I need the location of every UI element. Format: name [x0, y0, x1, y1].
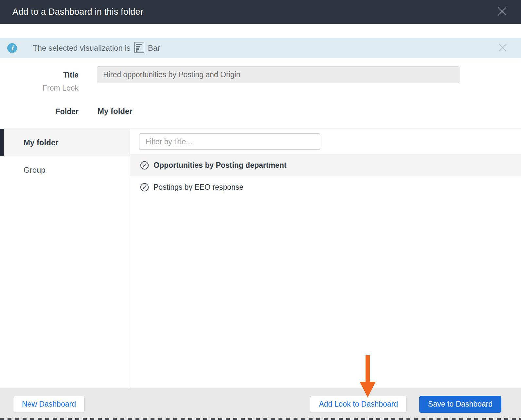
folder-label: Folder	[0, 107, 79, 116]
save-to-dashboard-button[interactable]: Save to Dashboard	[419, 396, 501, 413]
title-sublabel: From Look	[0, 84, 79, 93]
banner-viz-type: Bar	[148, 44, 160, 53]
look-gauge-icon	[140, 183, 149, 192]
folder-value: My folder	[98, 107, 133, 116]
title-input[interactable]	[97, 66, 459, 83]
banner-text: The selected visualization is Bar	[33, 42, 160, 55]
footer-right-actions: Add Look to Dashboard Save to Dashboard	[310, 396, 501, 413]
look-title: Opportunities by Posting department	[153, 161, 286, 170]
sidebar-item-label: Group	[24, 166, 45, 175]
screenshot-selection-dashed-edge	[0, 418, 521, 420]
visualization-info-banner: i The selected visualization is Bar	[0, 38, 521, 58]
close-icon	[496, 6, 508, 18]
title-label: Title	[0, 71, 79, 79]
close-icon	[498, 43, 508, 54]
dialog-footer: New Dashboard Add Look to Dashboard Save…	[0, 388, 521, 420]
dashboard-list-panel: Opportunities by Posting department Post…	[130, 129, 521, 388]
add-to-dashboard-dialog: Add to a Dashboard in this folder i The …	[0, 0, 521, 420]
dialog-header: Add to a Dashboard in this folder	[0, 0, 521, 24]
banner-text-before: The selected visualization is	[33, 44, 131, 53]
folder-label-block: Folder	[0, 107, 79, 116]
folder-browser: My folder Group Opportunities by Posting…	[0, 129, 521, 388]
look-title: Postings by EEO response	[153, 183, 243, 192]
sidebar-item-label: My folder	[24, 138, 59, 147]
sidebar-item-group[interactable]: Group	[0, 156, 130, 184]
list-item-look[interactable]: Postings by EEO response	[130, 176, 521, 198]
list-item-look[interactable]: Opportunities by Posting department	[130, 154, 521, 176]
sidebar-item-my-folder[interactable]: My folder	[0, 129, 130, 156]
title-label-block: Title From Look	[0, 71, 79, 93]
filter-section	[130, 129, 521, 154]
look-gauge-icon	[140, 161, 149, 170]
dialog-close-button[interactable]	[496, 6, 508, 18]
dialog-title: Add to a Dashboard in this folder	[12, 7, 143, 17]
info-icon: i	[7, 43, 17, 53]
folder-sidebar: My folder Group	[0, 129, 130, 388]
banner-close-button[interactable]	[498, 43, 508, 54]
new-dashboard-button[interactable]: New Dashboard	[13, 396, 85, 413]
add-look-to-dashboard-button[interactable]: Add Look to Dashboard	[310, 396, 407, 413]
filter-by-title-input[interactable]	[139, 133, 320, 150]
bar-chart-icon	[134, 42, 144, 55]
